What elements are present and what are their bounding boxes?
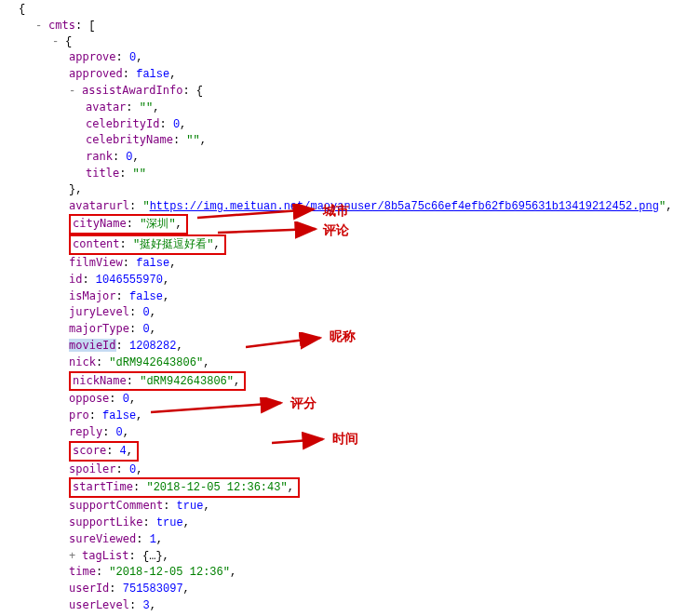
- row-nick: nick: "dRM942643806",: [2, 355, 700, 371]
- json-viewer: { - cmts: [ - { approve: 0, approved: fa…: [2, 2, 700, 616]
- row-filmView: filmView: false,: [2, 255, 700, 272]
- annot-time: 时间: [332, 430, 358, 449]
- row-pro: pro: false,: [2, 408, 700, 424]
- row-assistAwardInfo[interactable]: - assistAwardInfo: {: [2, 83, 700, 100]
- row-supportComment: supportComment: true,: [2, 498, 700, 515]
- selected-key[interactable]: movieId: [69, 339, 116, 352]
- row-avatar: avatar: "",: [2, 100, 700, 116]
- row-id: id: 1046555970,: [2, 272, 700, 288]
- highlight-box-score: score: 4,: [69, 441, 139, 462]
- line-cmts[interactable]: - cmts: [: [2, 18, 700, 34]
- row-userId: userId: 751583097,: [2, 581, 700, 597]
- row-content: content: "挺好挺逗好看",: [2, 234, 700, 255]
- annot-comment: 评论: [323, 221, 349, 240]
- row-startTime: startTime: "2018-12-05 12:36:43",: [2, 477, 700, 498]
- row-sureViewed: sureViewed: 1,: [2, 531, 700, 548]
- row-avatarurl: avatarurl: "https://img.meituan.net/maoy…: [2, 198, 700, 215]
- row-nickName: nickName: "dRM942643806",: [2, 371, 700, 392]
- collapse-icon[interactable]: -: [52, 34, 61, 50]
- row-isMajor: isMajor: false,: [2, 288, 700, 305]
- row-time: time: "2018-12-05 12:36",: [2, 564, 700, 581]
- avatar-url-link[interactable]: https://img.meituan.net/maoyanuser/8b5a7…: [150, 200, 659, 213]
- highlight-box-time: startTime: "2018-12-05 12:36:43",: [69, 477, 300, 498]
- row-juryLevel: juryLevel: 0,: [2, 304, 700, 321]
- row-oppose: oppose: 0,: [2, 391, 700, 408]
- row-celebrityName: celebrityName: "",: [2, 132, 700, 149]
- annot-city: 城市: [323, 202, 349, 221]
- row-spoiler: spoiler: 0,: [2, 462, 700, 478]
- row-userLevel: userLevel: 3,: [2, 597, 700, 614]
- annot-score: 评分: [290, 395, 316, 413]
- brace: {: [19, 3, 25, 16]
- row-tagList[interactable]: + tagList: {…},: [2, 548, 700, 565]
- highlight-box-city: cityName: "深圳",: [69, 214, 188, 234]
- highlight-box-content: content: "挺好挺逗好看",: [69, 234, 226, 255]
- line-item0[interactable]: - {: [2, 34, 700, 50]
- expand-icon[interactable]: +: [69, 549, 78, 565]
- row-title: title: "": [2, 166, 700, 182]
- row-supportLike: supportLike: true,: [2, 515, 700, 531]
- highlight-box-nick: nickName: "dRM942643806",: [69, 371, 246, 392]
- row-cityName: cityName: "深圳",: [2, 214, 700, 234]
- annot-nick: 昵称: [330, 328, 356, 346]
- row-rank: rank: 0,: [2, 149, 700, 166]
- line-open-brace: {: [2, 2, 700, 18]
- row-assist-close: },: [2, 182, 700, 198]
- row-celebrityId: celebrityId: 0,: [2, 116, 700, 133]
- key-cmts: cmts: [48, 19, 75, 32]
- row-approve: approve: 0,: [2, 49, 700, 66]
- collapse-icon[interactable]: -: [69, 84, 78, 100]
- row-approved: approved: false,: [2, 66, 700, 83]
- json-tree: { - cmts: [ - { approve: 0, approved: fa…: [2, 2, 700, 616]
- collapse-icon[interactable]: -: [35, 19, 45, 34]
